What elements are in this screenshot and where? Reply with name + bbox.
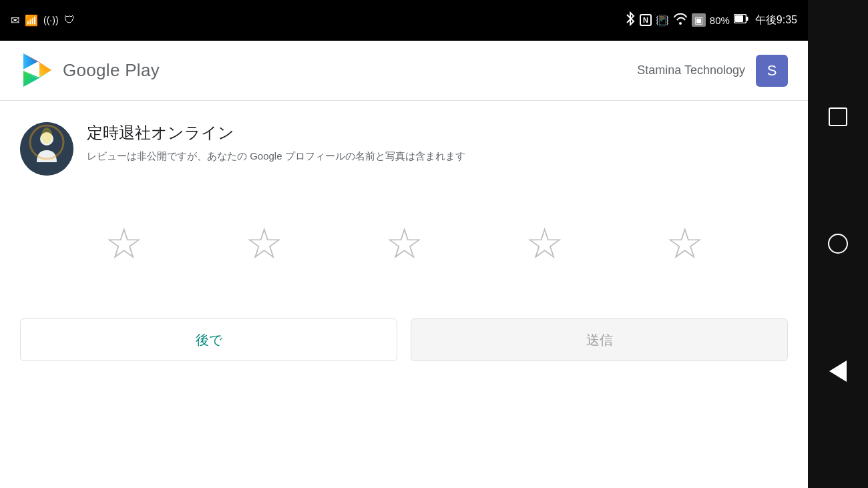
status-icons-left: ✉ 📶 ((·)) 🛡 [11,14,75,27]
svg-point-11 [41,128,52,144]
account-name: Stamina Technology [637,63,745,77]
svg-marker-4 [23,71,38,87]
battery-percent: 80% [710,15,730,26]
gplay-header: Google Play Stamina Technology S [0,41,808,101]
status-icons-right: N 📳 ▣ 80% 午後9:35 [625,11,797,29]
svg-rect-2 [746,17,748,21]
status-time: 午後9:35 [755,13,797,27]
bluetooth-icon [625,11,636,29]
header-right: Stamina Technology S [637,55,788,87]
signal-icon: ((·)) [43,15,59,25]
sim-status-icon: 📶 [25,14,38,27]
star-2[interactable]: ☆ [245,222,283,265]
buttons-section: 後で 送信 [0,298,808,361]
recent-apps-button[interactable] [823,102,853,132]
stars-section: ☆ ☆ ☆ ☆ ☆ [0,202,808,285]
app-text-container: 定時退社オンライン レビューは非公開ですが、あなたの Google プロフィール… [87,122,465,164]
nfc-icon: N [640,14,652,26]
home-button[interactable] [823,229,853,258]
no-sim-icon: ▣ [692,13,706,27]
avatar-label: S [767,62,777,79]
star-1[interactable]: ☆ [105,222,143,265]
shield-icon: 🛡 [64,14,75,26]
app-subtitle: レビューは非公開ですが、あなたの Google プロフィールの名前と写真は含まれ… [87,149,465,164]
gplay-logo-container: Google Play [20,52,160,89]
star-4[interactable]: ☆ [525,222,564,265]
play-icon [20,52,53,89]
star-3[interactable]: ☆ [385,222,423,265]
gmail-icon: ✉ [11,14,19,27]
app-title: 定時退社オンライン [87,122,465,144]
wifi-icon [673,13,688,27]
status-bar: ✉ 📶 ((·)) 🛡 N 📳 ▣ 80% [0,0,808,40]
home-icon [828,234,848,254]
gplay-title: Google Play [63,60,160,81]
later-button[interactable]: 後で [20,318,397,361]
back-button[interactable] [823,356,853,386]
battery-icon [734,14,748,26]
app-icon [20,122,73,176]
main-screen: Google Play Stamina Technology S 定時退社オンラ… [0,40,808,488]
svg-marker-5 [39,63,51,77]
account-avatar[interactable]: S [756,55,788,87]
vibrate-icon: 📳 [656,14,669,27]
send-button: 送信 [411,318,788,361]
android-nav-panel [808,0,868,488]
app-info-section: 定時退社オンライン レビューは非公開ですが、あなたの Google プロフィール… [0,101,808,189]
svg-rect-1 [735,15,743,22]
recent-apps-icon [829,107,847,126]
svg-marker-3 [23,53,38,69]
star-5[interactable]: ☆ [666,222,704,265]
back-icon [829,360,847,382]
